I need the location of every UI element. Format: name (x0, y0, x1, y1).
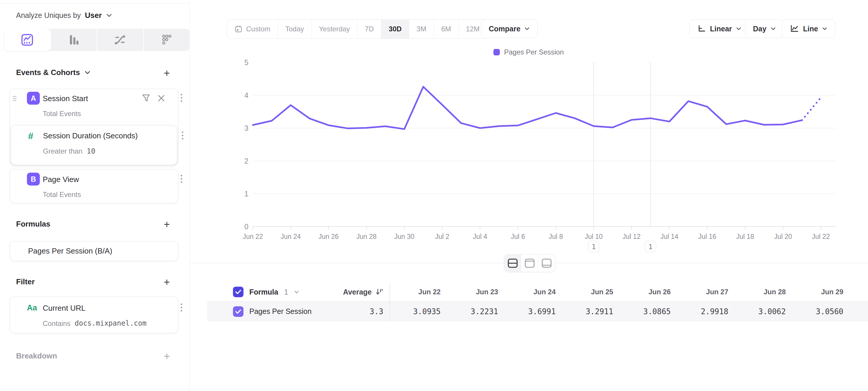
event-measure[interactable]: Total Events (43, 110, 81, 118)
formula-name[interactable]: Pages Per Session (B/A) (28, 247, 113, 256)
range-3m[interactable]: 3M (409, 20, 433, 38)
kebab-menu-icon[interactable] (177, 130, 188, 142)
date-column-header[interactable]: Jun 24 (505, 288, 563, 296)
table-row[interactable]: Pages Per Session 3.3 3.09353.22313.6991… (207, 301, 868, 322)
range-yesterday[interactable]: Yesterday (311, 20, 357, 38)
add-formula-button[interactable]: + (160, 218, 173, 231)
scale-dropdown[interactable]: Linear (689, 19, 749, 38)
date-column-header[interactable]: Jun 23 (448, 288, 505, 296)
event-card-page-view[interactable]: B Page View Total Events (10, 169, 178, 203)
range-30d[interactable]: 30D (381, 20, 409, 38)
tab-bar-chart[interactable] (50, 29, 97, 51)
split-view-icon (507, 258, 518, 268)
table-header-row: Formula 1 Average Jun 22Jun 23Jun 24Jun … (207, 283, 868, 301)
event-letter-badge: A (27, 92, 40, 105)
compare-button[interactable]: Compare (481, 19, 537, 38)
range-label: 6M (441, 25, 451, 33)
kebab-menu-icon[interactable] (176, 302, 187, 314)
events-cohorts-header[interactable]: Events & Cohorts (16, 68, 90, 77)
tab-flow[interactable] (97, 29, 143, 51)
line-chart-icon (789, 24, 799, 33)
property-card-session-duration[interactable]: # Session Duration (Seconds) Greater tha… (11, 125, 177, 165)
formula-card[interactable]: Pages Per Session (B/A) (10, 241, 178, 261)
chart-canvas[interactable]: 01234511Jun 22Jun 24Jun 26Jun 28Jun 30Ju… (189, 41, 868, 264)
y-axis-tick-label: 0 (244, 222, 248, 231)
average-label: Average (343, 288, 372, 296)
view-chart-only-button[interactable] (521, 255, 538, 272)
view-split-button[interactable] (504, 255, 521, 272)
metrics-grid-icon (160, 33, 173, 47)
series-line[interactable] (253, 87, 802, 129)
event-name[interactable]: Page View (43, 175, 79, 184)
filter-title: Filter (16, 277, 35, 286)
series-row-name-cell: Pages Per Session (207, 306, 313, 317)
average-column-header[interactable]: Average (313, 288, 383, 296)
chart-type-dropdown[interactable]: Line (782, 19, 835, 38)
filter-name[interactable]: Current URL (43, 304, 86, 313)
event-measure[interactable]: Total Events (43, 191, 81, 199)
x-axis-tick-label: Jul 16 (698, 233, 716, 240)
y-axis-tick-label: 4 (244, 91, 248, 100)
range-6m[interactable]: 6M (434, 20, 458, 38)
annotation-badge-label: 1 (649, 243, 653, 251)
date-column-header[interactable]: Jun 27 (678, 288, 736, 296)
compare-label: Compare (489, 25, 520, 33)
drag-handle-icon[interactable] (12, 95, 18, 103)
series-line-projected (802, 97, 821, 120)
add-event-button[interactable]: + (160, 67, 173, 80)
filter-value[interactable]: docs.mixpanel.com (74, 319, 147, 327)
filter-icon[interactable] (141, 93, 151, 103)
add-breakdown-button[interactable]: + (160, 350, 173, 363)
check-icon (235, 309, 242, 314)
event-name[interactable]: Session Start (43, 94, 88, 103)
view-toggle-group (504, 254, 555, 272)
date-column-header[interactable]: Jun 29 (793, 288, 850, 296)
x-axis-tick-label: Jul 22 (812, 233, 830, 240)
chevron-down-icon (85, 71, 90, 75)
view-table-only-button[interactable] (538, 255, 555, 272)
date-column-header[interactable]: Jun 25 (563, 288, 620, 296)
analyze-uniques-dropdown[interactable]: Analyze Uniques by User (16, 10, 113, 21)
line-chart[interactable]: 01234511Jun 22Jun 24Jun 26Jun 28Jun 30Ju… (189, 41, 868, 264)
cell-value: 2.9918 (678, 307, 736, 316)
table-group-header[interactable]: Formula 1 (207, 287, 313, 297)
date-column-header[interactable]: Jun 26 (620, 288, 678, 296)
property-value[interactable]: 10 (87, 147, 95, 155)
date-column-header[interactable]: Jun 22 (390, 288, 448, 296)
kebab-menu-icon[interactable] (176, 92, 187, 105)
event-card-session-start[interactable]: A Session Start Total Events # Session D… (10, 89, 178, 165)
property-operator[interactable]: Greater than (43, 147, 83, 155)
close-icon[interactable] (156, 93, 166, 103)
filter-header: Filter (16, 277, 35, 286)
events-cohorts-title: Events & Cohorts (16, 68, 80, 77)
granularity-label: Day (753, 25, 767, 33)
filter-card-current-url[interactable]: Aa Current URL Contains docs.mixpanel.co… (10, 297, 178, 333)
date-column-header[interactable]: Jun 28 (736, 288, 793, 296)
chart-type-label: Line (803, 25, 818, 33)
filter-operator[interactable]: Contains (43, 319, 70, 328)
x-axis-tick-label: Jun 22 (243, 233, 263, 240)
x-axis-tick-label: Jul 2 (435, 233, 450, 240)
granularity-dropdown[interactable]: Day (745, 19, 784, 38)
tab-metrics[interactable] (143, 29, 190, 51)
cell-value: 3.2911 (563, 307, 620, 316)
range-custom[interactable]: Custom (227, 20, 278, 38)
chevron-down-icon[interactable] (294, 290, 299, 294)
formula-group-label: Formula (249, 288, 278, 296)
range-today[interactable]: Today (278, 20, 311, 38)
range-label: Yesterday (319, 25, 350, 33)
kebab-menu-icon[interactable] (176, 173, 187, 186)
property-name[interactable]: Session Duration (Seconds) (43, 131, 138, 140)
cell-value: 3.2231 (448, 307, 505, 316)
cell-value: 3.0062 (736, 307, 793, 316)
breakdown-title: Breakdown (16, 352, 57, 361)
range-label: Custom (246, 25, 271, 33)
select-all-checkbox[interactable] (233, 287, 244, 297)
row-checkbox[interactable] (233, 306, 244, 317)
add-filter-button[interactable]: + (160, 276, 173, 289)
table-only-icon (541, 258, 552, 268)
range-7d[interactable]: 7D (357, 20, 381, 38)
cell-value: 3.6991 (505, 307, 563, 316)
tab-insights[interactable] (4, 29, 50, 51)
text-property-icon: Aa (27, 303, 37, 312)
